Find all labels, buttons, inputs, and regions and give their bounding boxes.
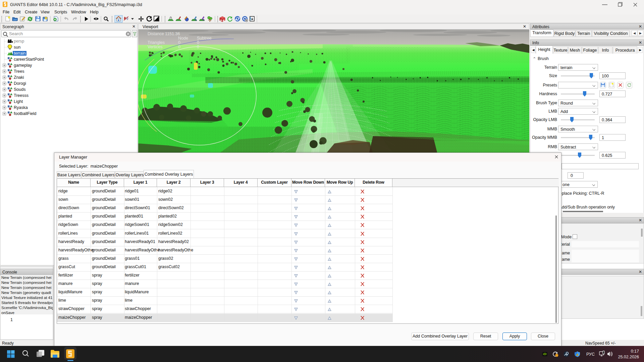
svg-text:A: A <box>220 19 222 22</box>
svg-text:0:17: 0:17 <box>631 349 639 354</box>
svg-text:Triangles: Triangles <box>148 40 165 45</box>
svg-text:0: 0 <box>197 40 199 45</box>
svg-text:Subtree: Subtree <box>197 36 212 41</box>
svg-text:Node: Node <box>178 36 188 41</box>
svg-text:0: 0 <box>178 40 180 45</box>
svg-text:25.02.2026: 25.02.2026 <box>618 355 639 359</box>
svg-text:6: 6 <box>195 18 197 21</box>
svg-text:0: 0 <box>197 45 199 49</box>
svg-text:B: B <box>223 19 225 22</box>
svg-text:Vertices: Vertices <box>148 45 162 49</box>
svg-text:0: 0 <box>178 45 180 49</box>
svg-text:F: F <box>203 18 205 21</box>
svg-text:РУС: РУС <box>586 352 595 357</box>
svg-text:Distance 1151.36: Distance 1151.36 <box>148 32 180 36</box>
